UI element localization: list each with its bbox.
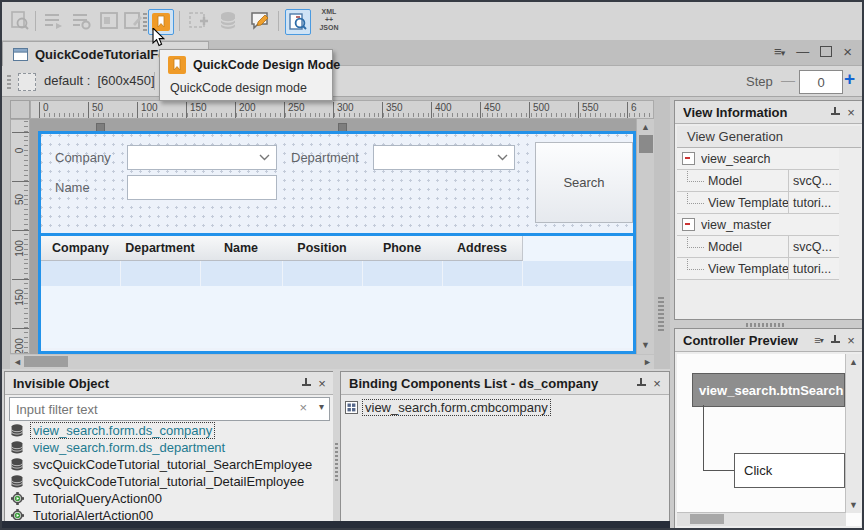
right-splitter-grip[interactable] <box>746 323 786 327</box>
designed-form[interactable]: Company Department Name Search CompanyDe… <box>38 131 636 354</box>
panel-menu-icon[interactable]: ≡▾ <box>811 332 827 348</box>
pin-icon[interactable] <box>827 104 843 120</box>
database-icon[interactable] <box>216 9 240 33</box>
close-icon[interactable]: × <box>649 375 665 391</box>
collapse-icon[interactable] <box>682 152 695 165</box>
pin-icon[interactable] <box>633 375 649 391</box>
tree-group-row[interactable]: view_search <box>677 148 839 170</box>
preview-icon[interactable] <box>8 9 32 33</box>
pin-icon[interactable] <box>827 332 843 348</box>
chevron-down-icon <box>259 154 270 161</box>
close-icon[interactable]: × <box>843 332 859 348</box>
form-canvas[interactable]: Company Department Name Search CompanyDe… <box>30 119 654 354</box>
list-item[interactable]: view_search.form.ds_department <box>7 439 332 456</box>
layout-select-icon[interactable] <box>18 73 36 91</box>
scroll-right-icon[interactable]: ► <box>643 356 652 368</box>
filter-input[interactable] <box>14 399 268 419</box>
grid-column-header[interactable]: Position <box>282 236 363 261</box>
filter-dropdown-icon[interactable]: ▾ <box>319 401 324 412</box>
controller-root-node[interactable]: view_search.btnSearch (Se <box>692 373 845 407</box>
panel-splitter[interactable] <box>333 371 340 521</box>
close-icon[interactable]: × <box>843 43 852 60</box>
department-combobox[interactable] <box>373 145 515 170</box>
ruler-label: 550 <box>578 102 599 118</box>
property-value[interactable]: svcQ... <box>788 170 839 191</box>
scroll-down-icon[interactable]: ▼ <box>849 499 858 511</box>
grid-column-header[interactable]: Department <box>120 236 201 261</box>
view-generation-header[interactable]: View Generation <box>677 126 861 148</box>
panel-title: Binding Components List - ds_company <box>349 376 633 391</box>
ruler-label: 450 <box>480 102 501 118</box>
diagram-vertical-scrollbar[interactable]: ▲ ▼ <box>845 354 861 513</box>
tree-property-row[interactable]: ModelsvcQ... <box>677 236 839 258</box>
step-increment-button[interactable]: + <box>844 68 855 90</box>
form-image-icon[interactable] <box>98 9 122 33</box>
scroll-up-icon[interactable]: ▲ <box>641 121 650 133</box>
tree-property-row[interactable]: View Templatetutori... <box>677 192 839 214</box>
scroll-up-icon[interactable]: ▲ <box>849 356 858 368</box>
step-decrement-button[interactable]: — <box>781 72 795 88</box>
result-grid[interactable]: CompanyDepartmentNamePositionPhoneAddres… <box>41 233 633 348</box>
collapse-icon[interactable] <box>682 218 695 231</box>
list-gear-icon[interactable] <box>70 9 94 33</box>
canvas-vertical-scrollbar[interactable]: ▲ ▼ <box>636 119 654 354</box>
list-arrow-icon[interactable] <box>42 9 66 33</box>
scrollbar-thumb[interactable] <box>690 514 724 524</box>
scroll-left-icon[interactable]: ◄ <box>13 356 22 368</box>
source-preview-icon[interactable] <box>285 9 311 35</box>
dataset-icon <box>11 475 23 488</box>
component-icon <box>345 401 358 414</box>
grid-column-header[interactable]: Phone <box>362 236 443 261</box>
grid-column-header[interactable]: Company <box>41 236 121 261</box>
restore-icon[interactable] <box>820 46 832 57</box>
scrollbar-thumb[interactable] <box>639 135 653 153</box>
tree-property-row[interactable]: ModelsvcQ... <box>677 170 839 192</box>
tree-group-row[interactable]: view_master <box>677 214 839 236</box>
company-combobox[interactable] <box>127 145 277 170</box>
list-item[interactable]: svcQuickCodeTutorial_tutorial_SearchEmpl… <box>7 456 332 473</box>
step-input[interactable] <box>799 70 843 94</box>
property-value[interactable]: svcQ... <box>788 236 839 257</box>
minimize-icon[interactable]: — <box>796 44 809 59</box>
grid-column-header[interactable]: Name <box>200 236 283 261</box>
ruler-label: 200 <box>12 328 29 354</box>
tree-property-row[interactable]: View Templatetutori... <box>677 258 839 280</box>
canvas-horizontal-scrollbar[interactable]: ◄ ► <box>10 355 654 369</box>
controller-event-node[interactable]: Click <box>734 453 845 488</box>
design-area: 0501001502002503003504004505005506 05010… <box>2 97 670 369</box>
add-component-icon[interactable] <box>186 9 210 33</box>
clear-filter-icon[interactable]: × <box>299 400 307 415</box>
name-textbox[interactable] <box>127 175 277 200</box>
list-item[interactable]: view_search.form.ds_company <box>7 422 332 439</box>
diagram-horizontal-scrollbar[interactable] <box>677 512 846 526</box>
department-label: Department <box>291 150 359 165</box>
main-splitter-grip[interactable] <box>658 297 664 331</box>
property-value[interactable]: tutori... <box>788 192 839 213</box>
property-value[interactable]: tutori... <box>788 258 839 279</box>
toolbar-drag-grip[interactable] <box>7 73 11 89</box>
dataset-icon <box>11 441 23 454</box>
scroll-down-icon[interactable]: ▼ <box>641 339 650 351</box>
grid-column-header[interactable]: Address <box>442 236 523 261</box>
layout-label: default : [600x450] <box>44 73 155 88</box>
binding-list-item[interactable]: view_search.form.cmbcompany <box>345 398 551 416</box>
comment-edit-icon[interactable] <box>248 9 272 33</box>
list-item[interactable]: TutorialAlertAction00 <box>7 507 332 520</box>
grid-cell <box>442 261 523 286</box>
search-button[interactable]: Search <box>535 142 633 223</box>
toolbar-drag-grip[interactable] <box>143 11 147 31</box>
list-item-label: TutorialQueryAction00 <box>30 490 165 507</box>
close-icon[interactable]: × <box>843 104 859 120</box>
xml-json-view-icon[interactable]: XML ++ JSON <box>314 8 344 32</box>
toolbar-separator <box>154 72 155 90</box>
search-panel[interactable]: Company Department Name Search <box>41 134 633 230</box>
panel-menu-icon[interactable]: ≡▾ <box>774 44 785 59</box>
list-item[interactable]: svcQuickCodeTutorial_tutorial_DetailEmpl… <box>7 473 332 490</box>
close-icon[interactable]: × <box>314 375 330 391</box>
ruler-label: 150 <box>12 279 29 320</box>
action-gear-icon <box>11 509 24 520</box>
list-item[interactable]: TutorialQueryAction00 <box>7 490 332 507</box>
pin-icon[interactable] <box>298 375 314 391</box>
grid-cell <box>200 261 283 286</box>
scrollbar-thumb[interactable] <box>24 356 68 367</box>
